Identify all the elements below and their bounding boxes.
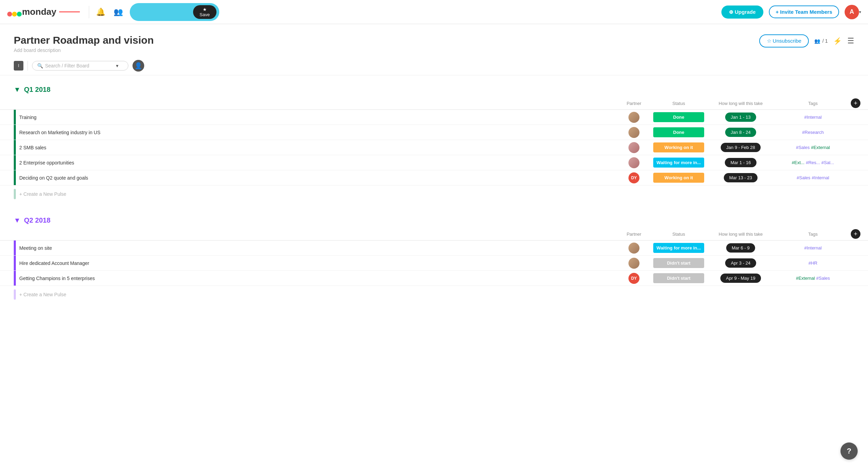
- col-add-label: +: [851, 229, 868, 239]
- status-cell[interactable]: Working on it: [651, 173, 706, 183]
- task-name[interactable]: Meeting on site: [19, 243, 617, 254]
- task-row-indicator: [14, 271, 16, 286]
- partner-cell: [617, 112, 651, 123]
- group-q1-chevron[interactable]: ▼: [14, 86, 21, 94]
- tag[interactable]: #Internal: [804, 115, 822, 120]
- task-name[interactable]: Deciding on Q2 quote and goals: [19, 172, 617, 183]
- status-badge[interactable]: Waiting for more in...: [653, 158, 704, 168]
- board-content: ▼ Q1 2018 Partner Status How long will t…: [0, 75, 868, 320]
- menu-icon[interactable]: ☰: [847, 36, 854, 45]
- avatar[interactable]: A: [845, 5, 859, 19]
- task-name[interactable]: Hire dedicated Account Manager: [19, 258, 617, 269]
- invite-team-button[interactable]: + Invite Team Members: [769, 6, 839, 18]
- task-name[interactable]: 2 SMB sales: [19, 142, 617, 153]
- tag[interactable]: #Sal...: [822, 160, 834, 165]
- status-cell[interactable]: Waiting for more in...: [651, 158, 706, 168]
- create-pulse-indicator: [14, 289, 16, 300]
- search-dropdown-icon[interactable]: ▾: [116, 63, 118, 68]
- tag[interactable]: #External: [811, 145, 830, 150]
- search-filter-container[interactable]: 🔍 ▾: [32, 61, 128, 71]
- add-column-button[interactable]: +: [851, 229, 860, 239]
- col-add-label: +: [851, 98, 868, 108]
- tag[interactable]: #External: [796, 276, 815, 281]
- table-row: Research on Marketing industry in US Don…: [0, 125, 868, 140]
- status-badge[interactable]: Done: [653, 127, 704, 137]
- status-cell[interactable]: Waiting for more in...: [651, 243, 706, 253]
- search-filter-input[interactable]: [45, 63, 114, 68]
- group-q2-title: Q2 2018: [24, 216, 51, 224]
- task-name[interactable]: 2 Enterprise opportunities: [19, 157, 617, 168]
- table-row: Meeting on site Waiting for more in... M…: [0, 241, 868, 256]
- save-button[interactable]: ★ Save: [193, 5, 216, 19]
- header-search-input[interactable]: [135, 9, 190, 15]
- header-search-bar[interactable]: ★ Save: [130, 3, 219, 21]
- tag[interactable]: #Internal: [812, 175, 829, 180]
- avatar-chevron-icon[interactable]: ▾: [859, 10, 861, 14]
- timeline-badge[interactable]: Apr 3 - 24: [725, 258, 756, 268]
- bell-icon[interactable]: 🔔: [95, 6, 107, 18]
- upgrade-button[interactable]: ⊕ Upgrade: [721, 6, 763, 19]
- partner-avatar-face: [628, 258, 639, 269]
- timeline-badge[interactable]: Jan 8 - 24: [725, 128, 756, 137]
- timeline-badge[interactable]: Apr 9 - May 19: [720, 274, 761, 283]
- status-badge[interactable]: Working on it: [653, 173, 704, 183]
- timeline-badge[interactable]: Mar 13 - 23: [724, 173, 758, 182]
- tag[interactable]: #Sales: [816, 276, 830, 281]
- tag[interactable]: #Sales: [797, 175, 811, 180]
- people-icon[interactable]: 👥: [112, 6, 124, 18]
- partner-avatar-face: [628, 157, 639, 168]
- timeline-badge[interactable]: Mar 6 - 9: [726, 243, 755, 253]
- board-description[interactable]: Add board description: [14, 47, 154, 53]
- tag[interactable]: #Internal: [804, 245, 822, 250]
- add-column-button[interactable]: +: [851, 98, 860, 108]
- partner-cell: [617, 258, 651, 269]
- task-name[interactable]: Research on Marketing industry in US: [19, 127, 617, 138]
- logo[interactable]: monday: [7, 7, 56, 17]
- create-pulse-button[interactable]: + Create a New Pulse: [19, 191, 66, 197]
- table-row: 2 SMB sales Working on it Jan 9 - Feb 28…: [0, 140, 868, 155]
- timeline-badge[interactable]: Mar 1 - 16: [725, 158, 756, 167]
- status-cell[interactable]: Didn't start: [651, 273, 706, 283]
- board-actions: ☆ Unsubscribe 👥 / 1 ⚡ ☰: [759, 34, 854, 47]
- create-pulse-row: + Create a New Pulse: [0, 185, 868, 203]
- task-row-indicator: [14, 256, 16, 270]
- status-badge[interactable]: Didn't start: [653, 258, 704, 268]
- status-cell[interactable]: Working on it: [651, 142, 706, 152]
- task-name[interactable]: Getting Champions in 5 enterprises: [19, 273, 617, 284]
- board-header: Partner Roadmap and vision Add board des…: [0, 24, 868, 56]
- group-q2-chevron[interactable]: ▼: [14, 216, 21, 224]
- table-row: Deciding on Q2 quote and goals DY Workin…: [0, 170, 868, 185]
- status-cell[interactable]: Done: [651, 127, 706, 137]
- unsubscribe-button[interactable]: ☆ Unsubscribe: [759, 34, 809, 47]
- group-q1-title: Q1 2018: [24, 86, 51, 94]
- status-cell[interactable]: Done: [651, 112, 706, 122]
- create-pulse-button[interactable]: + Create a New Pulse: [19, 292, 66, 297]
- tag[interactable]: #HR: [808, 260, 817, 266]
- subscribers-badge[interactable]: 👥 / 1: [814, 38, 828, 44]
- tag[interactable]: #Research: [802, 130, 824, 135]
- timeline-badge[interactable]: Jan 1 - 13: [725, 113, 756, 122]
- group-q2: ▼ Q2 2018 Partner Status How long will t…: [0, 213, 868, 303]
- activity-icon[interactable]: ⚡: [833, 37, 842, 45]
- col-partner-label: Partner: [617, 101, 651, 106]
- task-name[interactable]: Training: [19, 112, 617, 123]
- tag[interactable]: #Ext...: [792, 160, 805, 165]
- timeline-cell: Apr 9 - May 19: [706, 274, 775, 283]
- tag[interactable]: #Res...: [806, 160, 820, 165]
- status-badge[interactable]: Working on it: [653, 142, 704, 152]
- status-badge[interactable]: Didn't start: [653, 273, 704, 283]
- toolbar-divider: [28, 61, 28, 71]
- status-badge[interactable]: Done: [653, 112, 704, 122]
- status-badge[interactable]: Waiting for more in...: [653, 243, 704, 253]
- col-timeline-label: How long will this take: [706, 232, 775, 237]
- logo-area: monday: [7, 7, 80, 17]
- status-cell[interactable]: Didn't start: [651, 258, 706, 268]
- timeline-badge[interactable]: Jan 9 - Feb 28: [721, 143, 761, 152]
- tag[interactable]: #Sales: [796, 145, 810, 150]
- tags-cell: #Sales#External: [775, 145, 851, 150]
- filter-person-avatar[interactable]: 👤: [133, 60, 144, 72]
- partner-cell: DY: [617, 172, 651, 183]
- task-row-indicator: [14, 125, 16, 140]
- filter-toggle-button[interactable]: I: [14, 61, 23, 71]
- timeline-cell: Jan 9 - Feb 28: [706, 143, 775, 152]
